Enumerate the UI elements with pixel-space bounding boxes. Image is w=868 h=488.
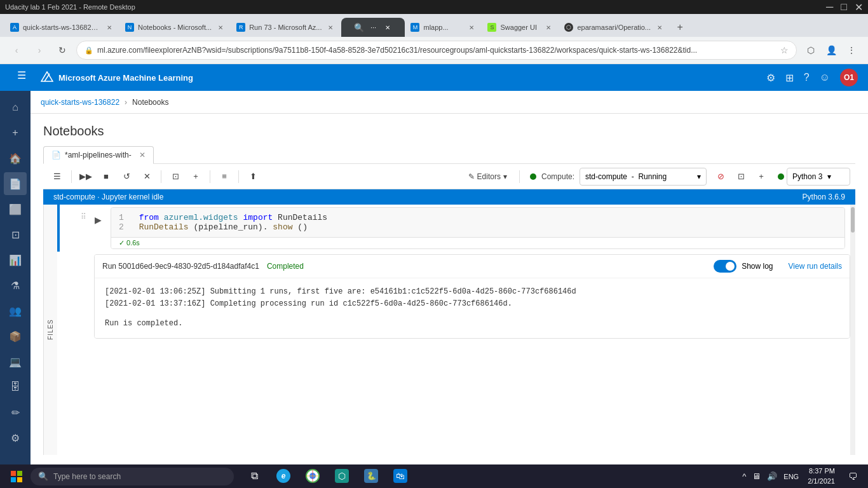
editors-button[interactable]: ✎ Editors ▾ [461, 169, 514, 184]
chrome-icon [306, 469, 320, 483]
nav-settings[interactable]: ⚙ [4, 426, 27, 449]
cell-run-button[interactable]: ▶ [90, 212, 105, 227]
clock-date: 2/1/2021 [808, 477, 835, 486]
log-line-2: [2021-02-01 13:37:16Z] Completing proces… [105, 298, 839, 310]
close-btn[interactable]: ✕ [855, 1, 863, 13]
help-icon[interactable]: ? [804, 72, 810, 83]
lang-icon[interactable]: ENG [781, 470, 801, 483]
toolbar-clear[interactable]: ✕ [138, 168, 156, 186]
nav-endpoints[interactable]: 📦 [4, 325, 27, 348]
forward-button[interactable]: › [31, 41, 48, 59]
toolbar-indent[interactable]: ≡ [215, 168, 233, 186]
kernel-dropdown[interactable]: Python 3 ▾ [787, 168, 850, 186]
tab-search-active[interactable]: 🔍 ··· ✕ [341, 18, 405, 37]
address-bar[interactable]: 🔒 ml.azure.com/fileexplorerAzNB?wsid=/su… [76, 41, 797, 60]
cell-drag-handle[interactable]: ⠿ [81, 212, 86, 221]
taskbar-ie[interactable]: e [269, 464, 297, 488]
taskbar-taskview[interactable]: ⧉ [240, 464, 268, 488]
nav-notebooks[interactable]: 📄 [4, 172, 27, 195]
nav-workspace[interactable]: 🏠 [4, 147, 27, 170]
tab-quickstarts[interactable]: A quick-starts-ws-136822... ✕ [5, 18, 119, 37]
toolbar-hamburger[interactable]: ☰ [48, 168, 66, 186]
tab4-close[interactable]: ✕ [383, 22, 393, 32]
notification-button[interactable]: 🗨 [841, 464, 864, 488]
compute-terminal-btn[interactable]: ⊡ [732, 168, 750, 186]
scrollbar-thumb[interactable] [851, 207, 855, 233]
nav-experiments[interactable]: 📊 [4, 248, 27, 271]
scrollbar-track[interactable] [850, 205, 855, 455]
dashboard-icon[interactable]: ⊞ [785, 72, 794, 84]
restore-btn[interactable]: □ [841, 1, 847, 13]
volume-icon[interactable]: 🔊 [764, 469, 780, 484]
taskbar-apps: ⧉ e ⬡ 🐍 🛍 [240, 464, 414, 488]
tab-swagger[interactable]: S Swagger UI ✕ [482, 18, 559, 37]
more-btn[interactable]: ⋮ [843, 41, 860, 59]
tray-chevron[interactable]: ^ [740, 469, 749, 484]
toolbar-add-below[interactable]: + [187, 168, 205, 186]
view-run-details-link[interactable]: View run details [789, 262, 843, 271]
cell-input[interactable]: 1 from azureml.widgets import RunDetails… [111, 208, 844, 237]
nav-datastores[interactable]: 🗄 [4, 376, 27, 398]
nav-compute[interactable]: 💻 [4, 350, 27, 373]
taskbar-python[interactable]: 🐍 [357, 464, 385, 488]
network-icon[interactable]: 🖥 [750, 469, 763, 484]
svg-rect-5 [17, 477, 22, 482]
back-button[interactable]: ‹ [8, 41, 25, 59]
new-tab-button[interactable]: + [670, 18, 689, 37]
nav-pipelines[interactable]: ⚗ [4, 274, 27, 297]
nav-automl[interactable]: ⬜ [4, 198, 27, 220]
nav-designer[interactable]: ⊡ [4, 223, 27, 246]
tab1-close[interactable]: ✕ [104, 22, 114, 32]
notebook-tab-aml[interactable]: 📄 *aml-pipelines-with- ✕ [43, 146, 154, 164]
nav-labeling[interactable]: ✏ [4, 401, 27, 424]
show-log-toggle: Show log View run details [714, 260, 842, 273]
tab7-close[interactable]: ✕ [654, 22, 665, 32]
feedback-icon[interactable]: ☺ [820, 72, 830, 83]
minimize-btn[interactable]: ─ [826, 1, 833, 13]
taskbar-clock[interactable]: 8:37 PM 2/1/2021 [803, 466, 840, 486]
start-button[interactable] [4, 464, 29, 488]
run-id-text: Run 5001d6ed-9ec9-4830-92d5-d184adfaf4c1 [102, 262, 259, 271]
tab-run73[interactable]: R Run 73 - Microsoft Az... ✕ [231, 18, 341, 37]
toolbar-save[interactable]: ⊡ [166, 168, 184, 186]
cell-timing: ✓ 0.6s [111, 237, 844, 248]
taskbar-chrome[interactable] [299, 464, 327, 488]
tab6-close[interactable]: ✕ [543, 22, 553, 32]
nav-add[interactable]: + [4, 121, 27, 144]
toolbar-restart[interactable]: ↺ [118, 168, 135, 186]
breadcrumb-workspace[interactable]: quick-starts-ws-136822 [41, 98, 119, 107]
tab2-close[interactable]: ✕ [215, 22, 226, 32]
taskbar-search[interactable]: 🔍 Type here to search [31, 468, 234, 485]
bookmark-icon[interactable]: ☆ [780, 45, 789, 55]
toolbar-run-all[interactable]: ▶▶ [77, 168, 95, 186]
taskbar-gitkraken[interactable]: ⬡ [328, 464, 356, 488]
taskbar-search-placeholder: Type here to search [53, 472, 121, 481]
tab3-close[interactable]: ✕ [325, 22, 336, 32]
compute-add-btn[interactable]: + [752, 168, 770, 186]
notebook-tab-close[interactable]: ✕ [139, 151, 146, 159]
files-sidebar-toggle[interactable]: FILES [43, 205, 57, 455]
nav-models[interactable]: 👥 [4, 299, 27, 322]
hamburger-menu-btn[interactable]: ☰ [10, 64, 33, 86]
show-log-label: Show log [742, 262, 773, 271]
tab-notebooks[interactable]: N Notebooks - Microsoft... ✕ [120, 18, 231, 37]
settings-icon[interactable]: ⚙ [766, 72, 775, 84]
run-widget: Run 5001d6ed-9ec9-4830-92d5-d184adfaf4c1… [94, 254, 850, 339]
tab6-favicon: S [487, 23, 496, 32]
nav-home[interactable]: ⌂ [4, 96, 27, 119]
avatar[interactable]: O1 [840, 69, 858, 86]
notebook-body[interactable]: FILES ⠿ ▶ 1 from azureml.widgets [43, 205, 855, 455]
tab-github[interactable]: ⬡ eparamasari/Operatio... ✕ [559, 18, 670, 37]
taskbar-store[interactable]: 🛍 [386, 464, 414, 488]
compute-dropdown[interactable]: std-compute - Running ▾ [580, 168, 707, 186]
extensions-btn[interactable]: ⬡ [802, 41, 820, 59]
show-log-switch[interactable] [714, 260, 736, 273]
refresh-button[interactable]: ↻ [53, 41, 71, 59]
profile-btn[interactable]: 👤 [822, 41, 840, 59]
tab5-close[interactable]: ✕ [466, 22, 477, 32]
toolbar-stop[interactable]: ■ [97, 168, 115, 186]
compute-stop-btn[interactable]: ⊘ [712, 168, 729, 186]
tab-mlapp[interactable]: M mlapp... ✕ [405, 18, 482, 37]
sys-tray: ^ 🖥 🔊 ENG [740, 469, 801, 484]
toolbar-export[interactable]: ⬆ [244, 168, 262, 186]
